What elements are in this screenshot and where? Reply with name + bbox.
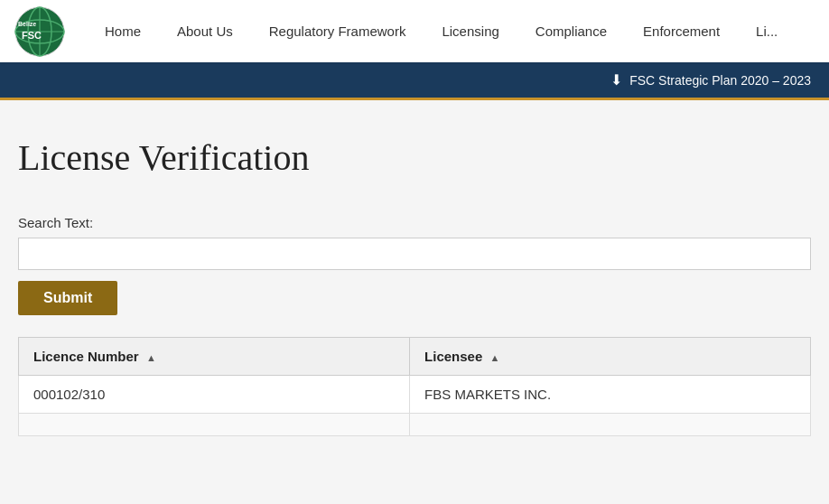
nav-item-compliance[interactable]: Compliance bbox=[517, 0, 625, 62]
cell-licence-number: 000102/310 bbox=[19, 376, 410, 414]
announcement-bar[interactable]: ⬇ FSC Strategic Plan 2020 – 2023 bbox=[0, 62, 829, 100]
navbar: Belize FSC Home About Us Regulatory Fram… bbox=[0, 0, 829, 62]
col-header-licence-number[interactable]: Licence Number ▲ bbox=[19, 338, 410, 376]
table-body: 000102/310 FBS MARKETS INC. bbox=[19, 376, 811, 436]
cell-licensee: FBS MARKETS INC. bbox=[410, 376, 811, 414]
search-label: Search Text: bbox=[18, 215, 811, 230]
table-row: 000102/310 FBS MARKETS INC. bbox=[19, 376, 811, 414]
nav-item-home[interactable]: Home bbox=[87, 0, 159, 62]
results-table: Licence Number ▲ Licensee ▲ 000102/310 F… bbox=[18, 337, 811, 436]
sort-icon-licence: ▲ bbox=[146, 352, 156, 363]
svg-text:FSC: FSC bbox=[22, 30, 42, 41]
cell-licence-number-empty bbox=[19, 414, 410, 436]
nav-links: Home About Us Regulatory Framework Licen… bbox=[87, 0, 796, 62]
submit-button[interactable]: Submit bbox=[18, 281, 117, 315]
download-icon: ⬇ bbox=[610, 71, 622, 89]
main-content: License Verification Search Text: Submit… bbox=[0, 100, 829, 454]
nav-item-enforcement[interactable]: Enforcement bbox=[625, 0, 738, 62]
search-section: Search Text: Submit bbox=[18, 215, 811, 315]
svg-text:Belize: Belize bbox=[18, 21, 36, 27]
announcement-text: FSC Strategic Plan 2020 – 2023 bbox=[629, 73, 811, 88]
table-row bbox=[19, 414, 811, 436]
search-input[interactable] bbox=[18, 238, 811, 270]
col-header-licensee[interactable]: Licensee ▲ bbox=[410, 338, 811, 376]
logo-area[interactable]: Belize FSC bbox=[14, 6, 65, 57]
nav-item-licensing[interactable]: Licensing bbox=[424, 0, 517, 62]
sort-icon-licensee: ▲ bbox=[489, 352, 499, 363]
nav-item-regulatory-framework[interactable]: Regulatory Framework bbox=[251, 0, 424, 62]
logo-icon: Belize FSC bbox=[14, 6, 65, 57]
table-header: Licence Number ▲ Licensee ▲ bbox=[19, 338, 811, 376]
nav-item-about-us[interactable]: About Us bbox=[159, 0, 251, 62]
nav-item-li[interactable]: Li... bbox=[738, 0, 796, 62]
cell-licensee-empty bbox=[410, 414, 811, 436]
page-title: License Verification bbox=[18, 136, 811, 179]
